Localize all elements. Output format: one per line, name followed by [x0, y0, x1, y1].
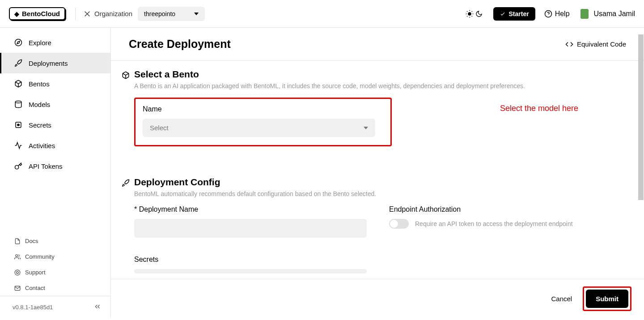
svg-point-16 — [16, 254, 18, 256]
sidebar-item-activities[interactable]: Activities — [0, 135, 110, 156]
help-link[interactable]: Help — [544, 10, 570, 18]
logo[interactable]: ◆ BentoCloud — [9, 7, 65, 20]
users-icon — [14, 254, 21, 260]
svg-line-4 — [472, 16, 472, 16]
version-text: v0.8.1-1ae85d1 — [13, 304, 53, 311]
svg-point-17 — [15, 270, 20, 275]
doc-icon — [14, 238, 21, 244]
help-icon — [544, 10, 552, 18]
equivalent-code-button[interactable]: Equivalent Code — [565, 40, 626, 48]
footer-label: Community — [25, 253, 55, 260]
secrets-select[interactable] — [134, 269, 367, 273]
asterisk-icon — [14, 121, 22, 129]
database-icon — [14, 100, 22, 108]
package-icon — [14, 80, 22, 88]
footer-contact[interactable]: Contact — [0, 280, 110, 296]
org-select[interactable]: threepointo — [138, 7, 205, 21]
lifebuoy-icon — [14, 269, 21, 276]
user-name: Usama Jamil — [594, 10, 635, 18]
org-label-text: Organization — [94, 10, 132, 17]
sidebar-item-label: API Tokens — [29, 162, 63, 170]
endpoint-auth-desc: Require an API token to access the deplo… — [415, 220, 573, 227]
submit-highlight: Submit — [583, 286, 631, 311]
footer-community[interactable]: Community — [0, 249, 110, 265]
svg-line-7 — [467, 16, 468, 16]
footer-label: Contact — [25, 285, 45, 291]
cancel-button[interactable]: Cancel — [548, 290, 575, 307]
section-title: Select a Bento — [134, 69, 199, 80]
rocket-icon — [500, 11, 506, 17]
footer-support[interactable]: Support — [0, 265, 110, 280]
sidebar-item-deployments[interactable]: Deployments — [0, 53, 110, 73]
sidebar-item-label: Models — [29, 101, 50, 108]
footer-label: Support — [25, 269, 46, 276]
sidebar-item-models[interactable]: Models — [0, 94, 110, 115]
sidebar-item-secrets[interactable]: Secrets — [0, 115, 110, 135]
divider — [75, 8, 76, 20]
submit-button[interactable]: Submit — [586, 290, 628, 308]
sidebar: Explore Deployments Bentos Models Secret… — [0, 28, 111, 318]
svg-point-0 — [468, 12, 472, 16]
endpoint-auth-label: Endpoint Authorization — [389, 205, 626, 213]
brand-name: BentoCloud — [22, 10, 60, 17]
scrollbar[interactable] — [638, 28, 644, 318]
activity-icon — [14, 141, 22, 149]
sidebar-item-label: Secrets — [29, 121, 51, 129]
endpoint-auth-toggle[interactable] — [389, 219, 409, 229]
footer-docs[interactable]: Docs — [0, 233, 110, 249]
sidebar-item-label: Explore — [29, 39, 51, 47]
sun-icon — [466, 10, 474, 18]
select-placeholder: Select — [150, 124, 169, 132]
annotation-text: Select the model here — [500, 104, 578, 113]
help-label: Help — [555, 10, 570, 18]
deployment-name-input[interactable] — [134, 219, 367, 238]
svg-point-18 — [17, 271, 19, 273]
bento-icon: ◆ — [14, 10, 19, 17]
content: Create Deployment Equivalent Code Select… — [111, 28, 644, 318]
rocket-icon — [14, 59, 22, 67]
secrets-label: Secrets — [134, 256, 626, 264]
bento-select[interactable]: Select — [143, 119, 375, 137]
svg-line-8 — [472, 11, 472, 12]
sidebar-item-api-tokens[interactable]: API Tokens — [0, 156, 110, 176]
sidebar-item-label: Bentos — [29, 80, 50, 88]
footer-bar: Cancel Submit — [111, 279, 644, 318]
caret-down-icon — [194, 13, 199, 15]
moon-icon — [475, 10, 483, 17]
compass-icon — [14, 38, 22, 47]
caret-down-icon — [364, 127, 368, 129]
rocket-icon — [122, 179, 130, 187]
sidebar-item-explore[interactable]: Explore — [0, 32, 110, 53]
user-menu[interactable]: Usama Jamil — [580, 9, 635, 19]
deployment-name-label: * Deployment Name — [134, 205, 371, 213]
section-desc: BentoML automatically recommends default… — [134, 190, 626, 197]
sidebar-item-bentos[interactable]: Bentos — [0, 73, 110, 94]
section-title: Deployment Config — [134, 177, 220, 188]
section-deployment-config: Deployment Config BentoML automatically … — [111, 169, 644, 273]
footer-label: Docs — [25, 238, 38, 244]
org-label: Organization — [84, 10, 132, 17]
key-icon — [14, 162, 22, 170]
page-title: Create Deployment — [129, 38, 231, 51]
starter-button[interactable]: Starter — [493, 7, 535, 21]
endpoint-auth-field: Endpoint Authorization Require an API to… — [389, 205, 626, 238]
bento-name-highlight: Name Select — [134, 98, 392, 146]
org-value: threepointo — [144, 10, 175, 17]
scrollbar-thumb[interactable] — [638, 34, 644, 200]
collapse-sidebar-button[interactable] — [93, 303, 102, 312]
svg-point-14 — [15, 101, 21, 103]
deployment-name-field: * Deployment Name — [134, 205, 371, 238]
package-icon — [122, 71, 130, 79]
starter-label: Starter — [508, 10, 529, 17]
mail-icon — [14, 285, 21, 291]
org-icon — [84, 10, 91, 17]
sidebar-item-label: Deployments — [29, 60, 68, 67]
svg-marker-12 — [17, 41, 20, 44]
version-row: v0.8.1-1ae85d1 — [0, 296, 110, 318]
theme-toggle[interactable] — [466, 10, 483, 18]
svg-point-11 — [15, 39, 22, 46]
page-header: Create Deployment Equivalent Code — [111, 28, 644, 61]
top-bar: ◆ BentoCloud Organization threepointo St… — [0, 0, 644, 28]
sidebar-item-label: Activities — [29, 142, 55, 149]
avatar — [580, 9, 589, 19]
